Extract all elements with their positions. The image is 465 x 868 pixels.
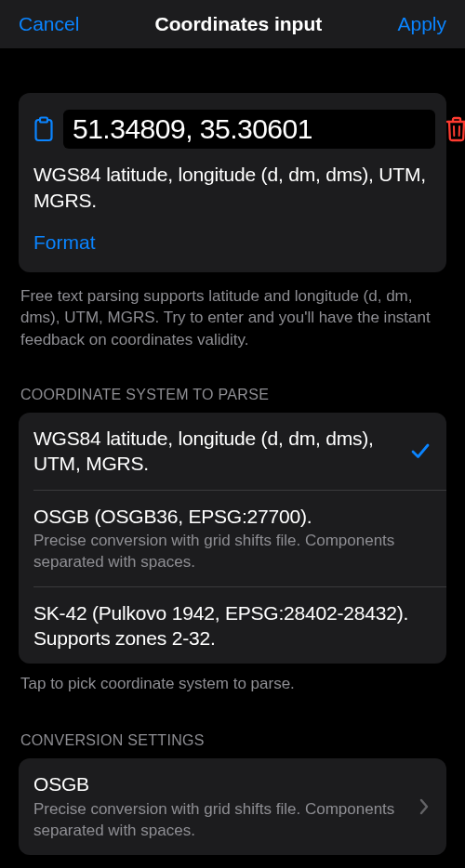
clipboard-icon[interactable] — [33, 114, 54, 144]
list-item-title: WGS84 latitude, longitude (d, dm, dms), … — [33, 426, 398, 477]
coord-system-item-wgs84[interactable]: WGS84 latitude, longitude (d, dm, dms), … — [19, 413, 446, 490]
list-item-subtitle: Precise conversion with grid shifts file… — [33, 531, 417, 573]
format-link[interactable]: Format — [33, 231, 96, 254]
cancel-button[interactable]: Cancel — [19, 13, 79, 35]
coord-system-list: WGS84 latitude, longitude (d, dm, dms), … — [19, 413, 446, 664]
coordinates-input[interactable] — [63, 110, 435, 149]
checkmark-icon — [409, 441, 432, 461]
list-item-title: SK-42 (Pulkovo 1942, EPSG:28402-28432). … — [33, 600, 417, 651]
conversion-subtitle: Precise conversion with grid shifts file… — [33, 799, 405, 842]
conversion-settings-list: OSGB Precise conversion with grid shifts… — [19, 758, 446, 854]
coordinate-input-card: WGS84 latitude, longitude (d, dm, dms), … — [19, 93, 446, 272]
coord-system-footer: Tap to pick coordinate system to parse. — [19, 675, 446, 693]
trash-icon[interactable] — [445, 114, 465, 144]
coord-system-header: COORDINATE SYSTEM TO PARSE — [19, 387, 446, 403]
navbar: Cancel Coordinates input Apply — [0, 0, 465, 48]
coord-system-item-osgb[interactable]: OSGB (OSGB36, EPSG:27700). Precise conve… — [33, 490, 446, 586]
conversion-settings-item[interactable]: OSGB Precise conversion with grid shifts… — [19, 758, 446, 854]
chevron-right-icon — [417, 798, 432, 815]
conversion-title: OSGB — [33, 771, 405, 796]
page-title: Coordinates input — [155, 13, 323, 35]
list-item-title: OSGB (OSGB36, EPSG:27700). — [33, 504, 417, 529]
coord-system-item-sk42[interactable]: SK-42 (Pulkovo 1942, EPSG:28402-28432). … — [33, 586, 446, 664]
apply-button[interactable]: Apply — [397, 13, 446, 35]
input-help-text: Free text parsing supports latitude and … — [19, 285, 446, 351]
svg-rect-1 — [40, 118, 47, 123]
input-format-description: WGS84 latitude, longitude (d, dm, dms), … — [33, 162, 432, 215]
conversion-header: CONVERSION SETTINGS — [19, 732, 446, 749]
